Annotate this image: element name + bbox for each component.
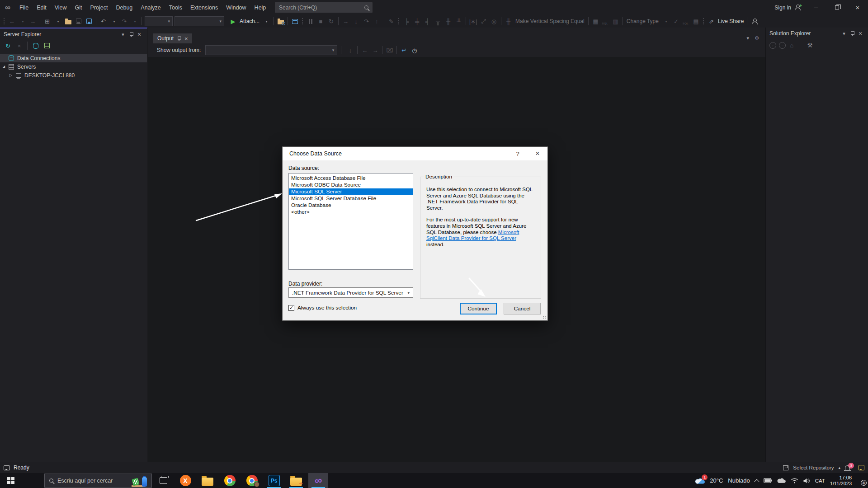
data-source-option[interactable]: Oracle Database: [289, 202, 413, 209]
taskbar-app-photoshop[interactable]: [264, 473, 284, 488]
taskbar-app-visual-studio[interactable]: ∞: [308, 473, 328, 488]
switch-views-button[interactable]: ⚒: [805, 40, 815, 51]
menu-item[interactable]: Debug: [112, 0, 137, 15]
taskbar-app-xampp[interactable]: [175, 473, 195, 488]
show-hidden-icons-button[interactable]: [754, 479, 759, 484]
pin-icon[interactable]: [177, 36, 181, 41]
help-button[interactable]: ?: [508, 147, 528, 160]
weather-widget[interactable]: 1: [695, 478, 705, 484]
find-in-files-button[interactable]: [275, 16, 286, 27]
toggle-word-wrap-button[interactable]: ↵: [399, 45, 409, 56]
taskbar-search-box[interactable]: Escriu aquí per cercar: [44, 474, 152, 488]
task-view-button[interactable]: [153, 473, 173, 488]
menu-item[interactable]: Git: [71, 0, 86, 15]
connect-to-database-button[interactable]: [30, 40, 41, 51]
pin-icon[interactable]: [127, 30, 135, 38]
start-button[interactable]: [0, 473, 22, 488]
continue-button[interactable]: Continue: [460, 303, 497, 314]
menu-item[interactable]: Window: [222, 0, 250, 15]
close-icon[interactable]: ×: [184, 35, 188, 42]
tree-item-servers[interactable]: ◢ Servers: [0, 62, 147, 71]
timestamp-button[interactable]: ◷: [409, 45, 420, 56]
gear-icon[interactable]: ⚙: [755, 35, 759, 41]
taskbar-app-dev-tools[interactable]: ✛: [286, 473, 306, 488]
taskbar-app-chrome-profile[interactable]: [242, 473, 262, 488]
taskbar-app-file-explorer[interactable]: [198, 473, 217, 488]
menu-item[interactable]: Extensions: [186, 0, 222, 15]
toolbar-grip[interactable]: [703, 18, 705, 25]
menu-item[interactable]: Analyze: [137, 0, 165, 15]
window-position-dropdown[interactable]: ▾: [840, 29, 848, 38]
feedback-button[interactable]: [749, 16, 760, 27]
notifications-bell-button[interactable]: 3: [845, 465, 854, 470]
close-icon[interactable]: ×: [856, 29, 864, 38]
toolbar-grip[interactable]: [302, 18, 304, 25]
onedrive-cloud-icon[interactable]: [777, 478, 786, 483]
undo-button[interactable]: ↶: [98, 16, 108, 27]
tree-item-data-connections[interactable]: Data Connections: [0, 54, 147, 62]
send-feedback-icon[interactable]: [859, 465, 864, 470]
data-source-option[interactable]: Microsoft ODBC Data Source: [289, 182, 413, 188]
keyboard-language-button[interactable]: CAT: [815, 478, 825, 483]
temperature-label[interactable]: 20°C: [710, 477, 723, 484]
new-project-dropdown[interactable]: ▾: [52, 16, 63, 27]
menu-item[interactable]: Tools: [165, 0, 186, 15]
new-project-button[interactable]: ⊞: [42, 16, 52, 27]
sign-in-button[interactable]: Sign in +: [769, 5, 806, 11]
output-source-combobox[interactable]: ▾: [205, 45, 337, 55]
wifi-icon[interactable]: [791, 478, 798, 483]
data-source-option[interactable]: Microsoft Access Database File: [289, 175, 413, 182]
action-center-button[interactable]: 4: [857, 477, 864, 484]
connect-to-server-button[interactable]: [42, 40, 52, 51]
pin-icon[interactable]: [848, 29, 856, 38]
data-source-option[interactable]: Microsoft SQL Server Database File: [289, 195, 413, 202]
restore-button[interactable]: [826, 0, 847, 15]
resize-grip[interactable]: [542, 315, 546, 319]
collapsed-node-icon[interactable]: ▷: [0, 73, 14, 77]
always-use-checkbox[interactable]: ✓: [288, 305, 294, 311]
data-source-listbox[interactable]: Microsoft Access Database FileMicrosoft …: [288, 173, 413, 270]
quick-search-box[interactable]: Search (Ctrl+Q): [275, 2, 373, 13]
window-position-dropdown[interactable]: ▾: [119, 30, 127, 38]
weather-description[interactable]: Nublado: [728, 477, 750, 484]
open-file-button[interactable]: [63, 16, 73, 27]
data-source-option[interactable]: Microsoft SQL Server: [289, 188, 413, 195]
taskbar-app-chrome[interactable]: [220, 473, 240, 488]
close-button[interactable]: ×: [847, 0, 868, 15]
expanded-node-icon[interactable]: ◢: [0, 65, 7, 69]
solution-configurations-combobox[interactable]: ▾: [145, 16, 173, 26]
toolbar-grip[interactable]: [398, 18, 400, 25]
live-share-button[interactable]: Live Share: [718, 18, 744, 24]
save-all-button[interactable]: [84, 16, 94, 27]
menu-item[interactable]: Edit: [33, 0, 51, 15]
attach-button[interactable]: Attach...: [240, 18, 259, 24]
tab-output[interactable]: Output ×: [153, 33, 192, 43]
cancel-button[interactable]: Cancel: [504, 303, 541, 314]
dialog-close-button[interactable]: ×: [528, 147, 547, 160]
refresh-button[interactable]: ↻: [3, 40, 13, 51]
restart-button: ↻: [326, 16, 336, 27]
data-provider-combobox[interactable]: .NET Framework Data Provider for SQL Ser…: [288, 287, 413, 298]
menu-item[interactable]: View: [51, 0, 71, 15]
close-icon[interactable]: ×: [135, 30, 143, 38]
attach-dropdown[interactable]: ▾: [261, 16, 271, 27]
xaml-pen-button: ✎: [386, 16, 396, 27]
select-repository-button[interactable]: Select Repository: [793, 465, 834, 470]
volume-icon[interactable]: [803, 478, 810, 483]
battery-icon[interactable]: [764, 478, 772, 483]
menu-item[interactable]: File: [15, 0, 33, 15]
caret-up-icon[interactable]: ▴: [838, 465, 840, 470]
toolbar-grip[interactable]: [3, 18, 5, 25]
tray-time: 17:06: [830, 475, 852, 481]
window-position-dropdown[interactable]: ▾: [747, 35, 750, 41]
minimize-button[interactable]: ─: [806, 0, 826, 15]
menu-item[interactable]: Project: [86, 0, 112, 15]
solution-platforms-combobox[interactable]: ▾: [175, 16, 224, 26]
menu-item[interactable]: Help: [250, 0, 270, 15]
clock-widget[interactable]: 17:06 1/11/2023: [830, 475, 852, 487]
tree-item-desktop-jccl880[interactable]: ▷ DESKTOP-JCCL880: [0, 71, 147, 80]
data-source-option[interactable]: <other>: [289, 209, 413, 216]
attach-play-icon[interactable]: ▶: [228, 16, 238, 27]
live-property-explorer-button[interactable]: [290, 16, 300, 27]
undo-dropdown[interactable]: ▾: [108, 16, 119, 27]
